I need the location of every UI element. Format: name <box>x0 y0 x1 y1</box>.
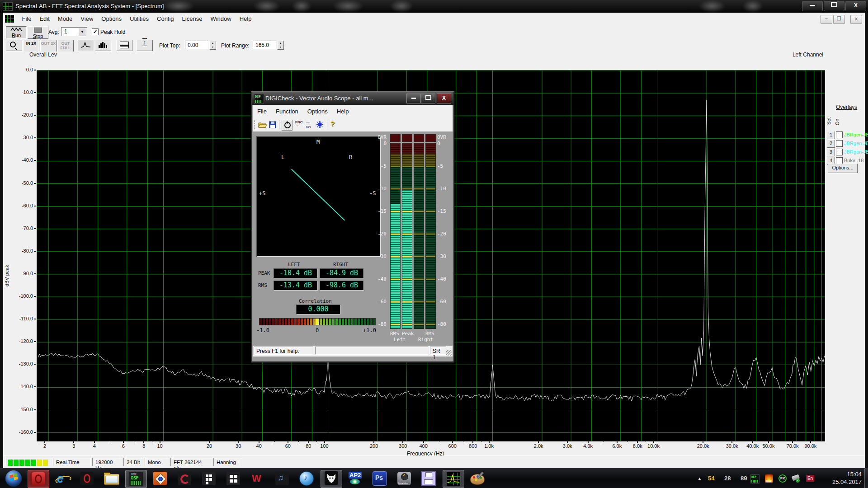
overlay-on-checkbox-2[interactable] <box>836 140 843 147</box>
y-tick <box>34 341 36 342</box>
display-options-button[interactable] <box>116 40 132 51</box>
taskbar-item-music-dark[interactable]: ♫ <box>272 470 292 487</box>
save-file-icon[interactable] <box>269 121 276 128</box>
photoshop-icon: Ps <box>373 471 387 486</box>
taskbar-item-wavelab[interactable]: W <box>247 470 268 487</box>
taskbar-item-paint[interactable] <box>467 470 488 487</box>
x-minor-tick <box>110 441 110 442</box>
zoom-out-full-button[interactable]: OUT FULL <box>57 40 74 52</box>
lissajous-line <box>292 169 345 221</box>
digicheck-window[interactable]: DSP DIGICheck - Vector Audio Scope - all… <box>251 92 454 362</box>
function-select-icon[interactable]: FNC→ <box>295 121 302 127</box>
menu-utilities[interactable]: Utilities <box>126 13 153 22</box>
brightness-icon[interactable] <box>318 122 322 127</box>
menu-file[interactable]: File <box>18 13 35 22</box>
taskbar-clock[interactable]: 15:04 25.04.2017 <box>832 470 862 486</box>
y-tick-label: -90.0 <box>12 271 33 276</box>
line-plot-button[interactable] <box>78 40 94 51</box>
close-button[interactable]: X <box>845 1 866 11</box>
taskbar-item-opera-red[interactable] <box>28 470 49 488</box>
taskbar-item-grid-dots2[interactable] <box>223 470 244 487</box>
zoom-in-2x-button[interactable]: IN 2X <box>23 40 39 52</box>
overlay-set-button-2[interactable]: 2 <box>827 140 835 148</box>
taskbar-item-faststone[interactable] <box>150 470 170 487</box>
run-button[interactable]: Run <box>6 26 27 39</box>
combo-arrow-icon[interactable]: ▼ <box>78 28 86 36</box>
plot-top-input[interactable]: 0.00 <box>185 41 208 49</box>
plot-range-input[interactable]: 165.0 <box>253 41 276 49</box>
meter-scale-ovr: OVR <box>373 134 387 140</box>
peak-hold-checkbox[interactable]: ✓ <box>92 28 99 35</box>
taskbar-item-foobar[interactable] <box>321 470 342 488</box>
taskbar-item-opera-dark[interactable] <box>76 470 97 487</box>
plot-toolbar: IN 2X OUT 2X OUT FULL ↕ Plot Top: 0.00 ▲… <box>3 39 865 52</box>
digicheck-minimize-button[interactable] <box>406 94 421 103</box>
clock-time: 15:04 <box>832 470 862 478</box>
correlation-label: Correlation <box>299 298 332 304</box>
menu-config[interactable]: Config <box>153 13 178 22</box>
menu-mode[interactable]: Mode <box>54 13 77 22</box>
digicheck-close-button[interactable]: X <box>437 94 451 103</box>
bar-plot-button[interactable] <box>95 40 111 51</box>
meter-scale--15: -15 <box>437 208 453 214</box>
maximize-button[interactable] <box>824 1 844 11</box>
mdi-minimize-button[interactable]: – <box>821 15 832 24</box>
digicheck-help-text: Press F1 for help. <box>254 347 313 355</box>
menu-options[interactable]: Options <box>97 13 126 22</box>
digicheck-menu-help[interactable]: Help <box>332 105 354 115</box>
meter-scale--30: -30 <box>373 253 387 259</box>
zoom-out-2x-button[interactable]: OUT 2X <box>40 40 57 52</box>
x-tick-label: 60 <box>278 443 298 449</box>
x-tick <box>792 441 793 443</box>
plot-top-spinner[interactable]: ▲▼ <box>209 41 215 49</box>
taskbar-item-explorer[interactable] <box>101 470 122 487</box>
menu-help[interactable]: Help <box>236 13 256 22</box>
overlay-set-button-1[interactable]: 1 <box>827 131 835 139</box>
minimize-button[interactable] <box>802 1 823 11</box>
menu-license[interactable]: License <box>178 13 207 22</box>
taskbar-item-start[interactable] <box>3 470 24 487</box>
digicheck-menu-function[interactable]: Function <box>271 105 303 115</box>
show-desktop-button[interactable] <box>864 469 868 488</box>
mdi-restore-button[interactable]: ❐ <box>833 15 845 24</box>
help-icon[interactable]: ? <box>330 120 335 127</box>
digicheck-menu-file[interactable]: File <box>253 105 271 115</box>
avg-combo[interactable]: 1 ▼ <box>61 27 87 36</box>
taskbar-item-spectralab[interactable] <box>443 470 464 488</box>
zoom-lens-button[interactable] <box>6 40 22 51</box>
mdi-close-button[interactable]: x <box>850 15 862 24</box>
overlay-on-checkbox-3[interactable] <box>836 149 843 155</box>
taskbar-item-totalmix[interactable]: TotalMix <box>394 470 415 487</box>
taskbar-item-grid-dots[interactable] <box>198 470 219 487</box>
taskbar-item-floppy[interactable] <box>418 470 439 487</box>
taskbar-item-blue-note[interactable]: ♪ <box>296 470 317 487</box>
taskbar-item-ie[interactable]: e <box>52 470 73 487</box>
meter-scale--40: -40 <box>373 276 387 282</box>
meter-scale--20: -20 <box>437 231 453 237</box>
overlay-on-checkbox-1[interactable] <box>836 131 843 138</box>
toolbar-grip <box>254 120 256 129</box>
taskbar-item-rme-dsp[interactable]: RMEDSP <box>125 470 147 488</box>
io-settings-icon[interactable]: ——I/O <box>306 121 311 129</box>
open-file-icon[interactable] <box>258 121 267 128</box>
scale-range-button[interactable]: ↕ <box>137 40 153 51</box>
overlays-options-button[interactable]: Options... <box>828 164 858 173</box>
taskbar-item-photoshop[interactable]: Ps <box>369 470 390 487</box>
digicheck-maximize-button[interactable] <box>421 94 435 103</box>
taskbar-item-ap2[interactable]: AP2 <box>345 470 366 487</box>
power-toggle-button[interactable] <box>282 120 292 131</box>
plot-range-spinner[interactable]: ▲▼ <box>277 41 283 49</box>
x-tick <box>73 441 74 443</box>
overlay-on-checkbox-4[interactable] <box>836 157 843 164</box>
y-tick <box>34 364 36 365</box>
menu-edit[interactable]: Edit <box>35 13 53 22</box>
overlay-set-button-3[interactable]: 3 <box>827 148 835 156</box>
menu-window[interactable]: Window <box>206 13 235 22</box>
taskbar-item-cubase[interactable] <box>174 470 195 487</box>
digicheck-titlebar[interactable]: DSP DIGICheck - Vector Audio Scope - all… <box>252 92 453 105</box>
menu-view[interactable]: View <box>76 13 97 22</box>
resize-grip[interactable] <box>446 350 452 356</box>
stop-button[interactable]: Stop <box>28 26 48 39</box>
glass-glow <box>292 0 311 13</box>
digicheck-menu-options[interactable]: Options <box>303 105 332 115</box>
